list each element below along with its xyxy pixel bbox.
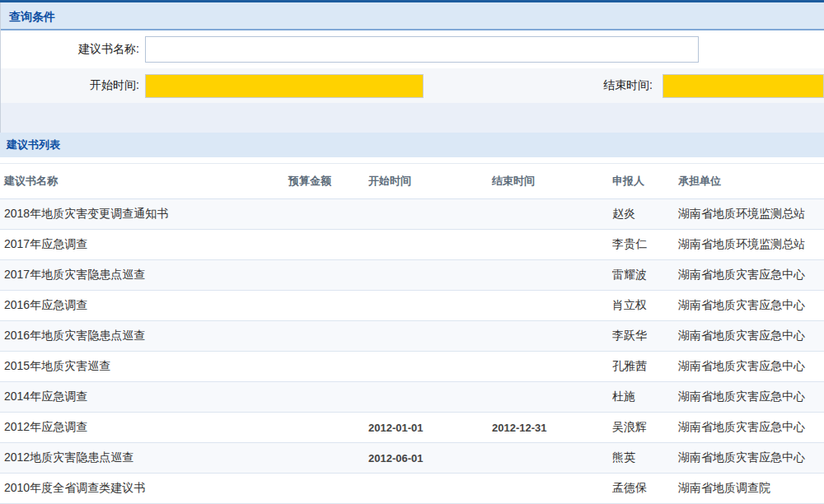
cell-unit: 湖南省地质灾害应急中心	[674, 298, 824, 313]
cell-name: 2016年应急调查	[0, 298, 284, 313]
table-row[interactable]: 2014年应急调查杜施湖南省地质灾害应急中心	[0, 382, 824, 413]
time-range-row: 开始时间: 结束时间:	[1, 68, 824, 103]
cell-unit: 湖南省地质环境监测总站	[674, 237, 824, 252]
col-header-budget: 预算金额	[284, 174, 364, 189]
table-header-row: 建议书名称 预算金额 开始时间 结束时间 申报人 承担单位	[0, 163, 824, 199]
proposal-name-label: 建议书名称:	[1, 42, 139, 57]
cell-name: 2015年地质灾害巡查	[0, 359, 284, 374]
cell-applicant: 雷耀波	[608, 268, 674, 282]
cell-name: 2016年地质灾害隐患点巡查	[0, 329, 284, 343]
query-panel: 查询条件 建议书名称: 开始时间: 结束时间:	[0, 2, 824, 103]
table-row[interactable]: 2016年应急调查肖立权湖南省地质灾害应急中心	[0, 291, 824, 321]
table-row[interactable]: 2015年地质灾害巡查孔雅茜湖南省地质灾害应急中心	[0, 352, 824, 382]
cell-unit: 湖南省地质环境监测总站	[674, 207, 824, 222]
cell-name: 2012年应急调查	[0, 420, 284, 435]
proposal-name-input[interactable]	[145, 36, 699, 63]
cell-applicant: 孔雅茜	[608, 359, 674, 374]
cell-name: 2012地质灾害隐患点巡查	[0, 450, 284, 465]
panel-spacer	[0, 103, 824, 133]
cell-applicant: 孟德保	[608, 481, 674, 496]
col-header-unit: 承担单位	[674, 174, 824, 189]
cell-name: 2018年地质灾害变更调查通知书	[0, 207, 284, 222]
cell-unit: 湖南省地质灾害应急中心	[674, 359, 824, 374]
cell-name: 2017年应急调查	[0, 237, 284, 252]
cell-applicant: 李贵仁	[608, 237, 674, 252]
query-section-title: 查询条件	[1, 2, 824, 30]
col-header-name: 建议书名称	[0, 174, 284, 189]
cell-unit: 湖南省地质灾害应急中心	[674, 420, 824, 435]
cell-unit: 湖南省地质灾害应急中心	[674, 329, 824, 343]
cell-unit: 湖南省地质灾害应急中心	[674, 450, 824, 465]
cell-end: 2012-12-31	[488, 422, 608, 434]
table-row[interactable]: 2016年地质灾害隐患点巡查李跃华湖南省地质灾害应急中心	[0, 321, 824, 352]
col-header-start: 开始时间	[364, 174, 488, 189]
cell-applicant: 赵炎	[608, 207, 674, 222]
col-header-end: 结束时间	[488, 174, 608, 189]
proposal-table-body: 2018年地质灾害变更调查通知书赵炎湖南省地质环境监测总站2017年应急调查李贵…	[0, 199, 824, 504]
col-header-applicant: 申报人	[608, 174, 674, 189]
start-time-label: 开始时间:	[1, 78, 139, 93]
end-time-label: 结束时间:	[424, 78, 653, 93]
list-panel: 建议书列表 建议书名称 预算金额 开始时间 结束时间 申报人 承担单位 2018…	[0, 133, 824, 504]
cell-applicant: 熊英	[608, 450, 674, 465]
cell-applicant: 杜施	[608, 390, 674, 404]
cell-start: 2012-06-01	[364, 452, 488, 464]
start-time-input[interactable]	[145, 74, 424, 98]
cell-name: 2017年地质灾害隐患点巡查	[0, 268, 284, 282]
cell-start: 2012-01-01	[364, 422, 488, 434]
list-section-title: 建议书列表	[0, 133, 824, 157]
table-row[interactable]: 2012地质灾害隐患点巡查2012-06-01熊英湖南省地质灾害应急中心	[0, 443, 824, 474]
table-row[interactable]: 2018年地质灾害变更调查通知书赵炎湖南省地质环境监测总站	[0, 199, 824, 230]
cell-unit: 湖南省地质灾害应急中心	[674, 268, 824, 282]
proposal-name-row: 建议书名称:	[1, 30, 824, 68]
table-top-gap	[0, 157, 824, 163]
table-row[interactable]: 2017年应急调查李贵仁湖南省地质环境监测总站	[0, 230, 824, 260]
cell-name: 2010年度全省调查类建议书	[0, 481, 284, 496]
cell-applicant: 李跃华	[608, 329, 674, 343]
cell-unit: 湖南省地质调查院	[674, 481, 824, 496]
table-row[interactable]: 2017年地质灾害隐患点巡查雷耀波湖南省地质灾害应急中心	[0, 260, 824, 291]
end-time-input[interactable]	[662, 74, 824, 98]
cell-applicant: 肖立权	[608, 298, 674, 313]
cell-name: 2014年应急调查	[0, 390, 284, 404]
table-row[interactable]: 2010年度全省调查类建议书孟德保湖南省地质调查院	[0, 474, 824, 504]
cell-applicant: 吴浪辉	[608, 420, 674, 435]
cell-unit: 湖南省地质灾害应急中心	[674, 390, 824, 404]
table-row[interactable]: 2012年应急调查2012-01-012012-12-31吴浪辉湖南省地质灾害应…	[0, 413, 824, 443]
